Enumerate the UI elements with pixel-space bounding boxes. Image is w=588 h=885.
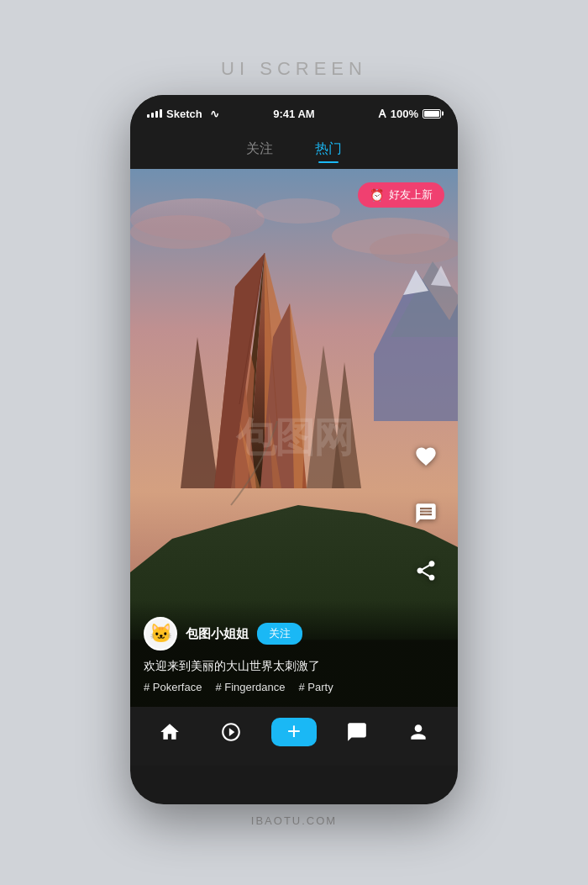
time-label: 9:41 AM: [273, 108, 314, 120]
svg-point-4: [370, 234, 458, 264]
plus-icon: +: [287, 719, 301, 743]
clock-icon: ⏰: [370, 188, 384, 202]
nav-home[interactable]: [149, 711, 191, 753]
video-area: 包图网 ⏰ 好友上新: [130, 169, 458, 707]
avatar: 🐱: [144, 617, 177, 651]
friend-badge-label: 好友上新: [389, 187, 433, 203]
battery-fill: [424, 111, 439, 117]
share-button[interactable]: [407, 552, 444, 589]
comment-button[interactable]: [407, 495, 444, 532]
carrier-label: Sketch: [166, 108, 202, 120]
nav-add[interactable]: +: [271, 718, 317, 746]
video-info: 🐱 包图小姐姐 关注 欢迎来到美丽的大山世界太刺激了 # Pokerface #…: [130, 600, 458, 707]
signal-icon: [147, 109, 162, 118]
status-bar: Sketch ∿ 9:41 AM 𐌀 100%: [130, 95, 458, 132]
video-description: 欢迎来到美丽的大山世界太刺激了: [144, 659, 444, 674]
share-icon: [414, 559, 438, 582]
hashtag-2[interactable]: # Fingerdance: [215, 681, 285, 693]
phone-wrapper: Sketch ∿ 9:41 AM 𐌀 100% 关注 热门: [130, 95, 458, 804]
hashtags-row: # Pokerface # Fingerdance # Party: [144, 681, 444, 693]
user-row: 🐱 包图小姐姐 关注: [144, 617, 444, 651]
video-icon: [220, 721, 242, 743]
bottom-nav: +: [130, 707, 458, 766]
status-left: Sketch ∿: [147, 108, 219, 120]
svg-point-5: [256, 198, 340, 224]
battery-icon: [423, 109, 441, 119]
hashtag-1[interactable]: # Pokerface: [144, 681, 202, 693]
friend-badge[interactable]: ⏰ 好友上新: [358, 182, 444, 208]
status-right: 𐌀 100%: [378, 108, 441, 120]
nav-tabs: 关注 热门: [130, 132, 458, 169]
nav-video[interactable]: [210, 711, 252, 753]
ui-screen-label: UI SCREEN: [221, 58, 367, 80]
nav-chat[interactable]: [336, 711, 378, 753]
comment-icon: [414, 502, 438, 525]
bluetooth-icon: 𐌀: [378, 108, 386, 120]
heart-icon: [414, 445, 438, 468]
username: 包图小姐姐: [186, 626, 249, 642]
action-buttons: [407, 438, 444, 589]
ibaotu-label: IBAOTU.COM: [251, 814, 337, 827]
tab-hot[interactable]: 热门: [315, 140, 342, 161]
tab-follow[interactable]: 关注: [246, 140, 273, 161]
chat-icon: [346, 721, 368, 743]
hashtag-3[interactable]: # Party: [299, 681, 333, 693]
battery-percent: 100%: [391, 108, 418, 120]
home-icon: [159, 721, 181, 743]
profile-icon: [407, 721, 429, 743]
like-button[interactable]: [407, 438, 444, 475]
follow-button[interactable]: 关注: [257, 623, 302, 645]
nav-profile[interactable]: [397, 711, 439, 753]
wifi-icon: ∿: [210, 108, 219, 120]
svg-point-2: [130, 215, 231, 249]
